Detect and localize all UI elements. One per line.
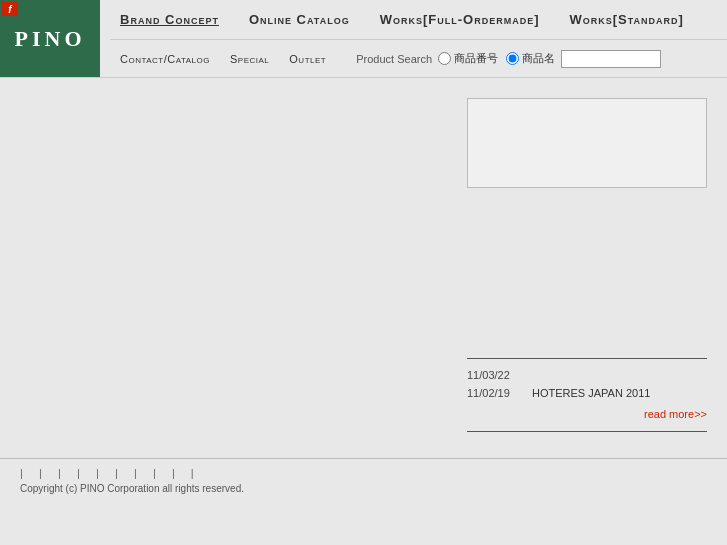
main-content: 11/03/22 11/02/19 HOTERES JAPAN 2011 rea… [0,78,727,458]
flash-icon: f [2,2,18,16]
footer-pipe-4: | [77,467,80,479]
footer-pipe-1: | [20,467,23,479]
read-more-link[interactable]: read more>> [644,408,707,420]
nav-contact[interactable]: Contact/Catalog [120,53,210,65]
news-title-2: HOTERES JAPAN 2011 [532,387,650,399]
footer-pipe-6: | [115,467,118,479]
news-divider-top [467,358,707,359]
footer-pipe-7: | [134,467,137,479]
radio-name-text: 商品名 [522,51,555,66]
news-divider-bottom [467,431,707,432]
header: f PINO Brand Concept Online Catalog Work… [0,0,727,78]
news-item-1: 11/03/22 [467,369,707,381]
news-item-2: 11/02/19 HOTERES JAPAN 2011 [467,387,707,399]
footer-pipe-2: | [39,467,42,479]
footer-pipe-9: | [172,467,175,479]
nav-bottom: Contact/Catalog Special Outlet Product S… [110,39,727,77]
news-date-2: 11/02/19 [467,387,522,399]
footer-link-7[interactable] [139,467,151,479]
right-content: 11/03/22 11/02/19 HOTERES JAPAN 2011 rea… [447,98,707,438]
nav-works-full[interactable]: Works[Full-Ordermade] [380,12,540,27]
footer-link-8[interactable] [158,467,170,479]
footer-pipe-3: | [58,467,61,479]
footer-pipe-5: | [96,467,99,479]
nav-top: Brand Concept Online Catalog Works[Full-… [110,0,727,39]
radio-name[interactable] [506,52,519,65]
news-date-1: 11/03/22 [467,369,522,381]
footer-link-6[interactable] [120,467,132,479]
brand-image [467,98,707,188]
radio-number-text: 商品番号 [454,51,498,66]
logo-area: f PINO [0,0,100,77]
footer-link-1[interactable] [25,467,37,479]
logo-text: PINO [15,26,86,52]
footer: | | | | | | | | | | Copyright (c) PINO C… [0,458,727,502]
read-more[interactable]: read more>> [467,407,707,421]
radio-group: 商品番号 商品名 [438,51,555,66]
news-section: 11/03/22 11/02/19 HOTERES JAPAN 2011 rea… [467,358,707,432]
footer-link-2[interactable] [44,467,56,479]
footer-pipe-10: | [191,467,194,479]
footer-link-4[interactable] [82,467,94,479]
nav-works-standard[interactable]: Works[Standard] [569,12,683,27]
radio-name-label[interactable]: 商品名 [506,51,555,66]
radio-number[interactable] [438,52,451,65]
footer-link-9[interactable] [177,467,189,479]
left-content [20,98,447,438]
footer-link-5[interactable] [101,467,113,479]
nav-area: Brand Concept Online Catalog Works[Full-… [100,0,727,77]
nav-brand-concept[interactable]: Brand Concept [120,12,219,27]
search-input[interactable] [561,50,661,68]
search-area: Product Search 商品番号 商品名 [356,50,661,68]
nav-online-catalog[interactable]: Online Catalog [249,12,350,27]
footer-link-3[interactable] [63,467,75,479]
nav-outlet[interactable]: Outlet [289,53,326,65]
nav-special[interactable]: Special [230,53,269,65]
radio-number-label[interactable]: 商品番号 [438,51,498,66]
footer-copyright: Copyright (c) PINO Corporation all right… [20,483,707,494]
search-label: Product Search [356,53,432,65]
footer-pipe-8: | [153,467,156,479]
footer-nav: | | | | | | | | | | [20,467,707,479]
